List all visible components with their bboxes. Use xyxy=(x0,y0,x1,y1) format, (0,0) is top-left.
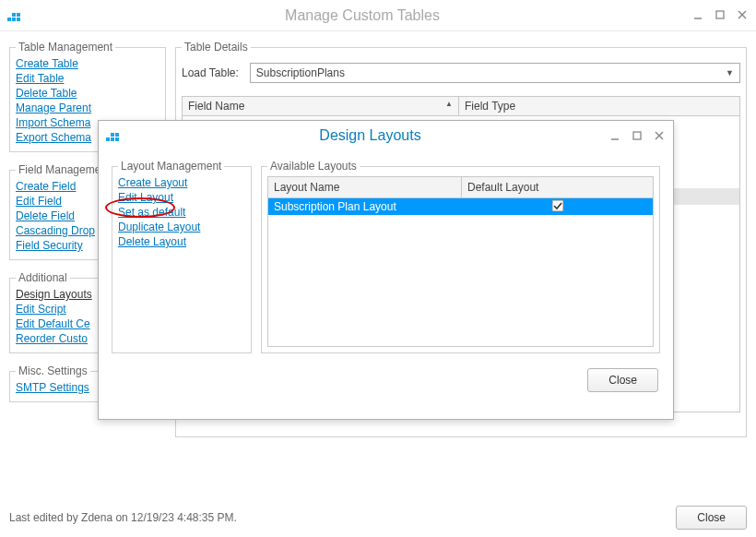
svg-rect-11 xyxy=(115,137,119,141)
load-table-label: Load Table: xyxy=(182,66,239,79)
link-delete-table[interactable]: Delete Table xyxy=(16,87,159,100)
app-icon xyxy=(106,130,121,141)
link-manage-parent[interactable]: Manage Parent xyxy=(16,101,159,114)
app-icon xyxy=(7,10,22,21)
layouts-grid[interactable]: Layout Name Default Layout Subscription … xyxy=(267,176,654,347)
group-legend: Misc. Settings xyxy=(16,364,90,377)
link-create-layout[interactable]: Create Layout xyxy=(118,176,245,189)
group-legend: Layout Management xyxy=(118,160,224,173)
col-default-layout: Default Layout xyxy=(462,177,653,197)
main-window-title: Manage Custom Tables xyxy=(33,7,691,24)
link-delete-layout[interactable]: Delete Layout xyxy=(118,235,245,248)
group-legend: Additional xyxy=(16,271,70,284)
group-available-layouts: Available Layouts Layout Name Default La… xyxy=(261,160,660,353)
sort-asc-icon: ▲ xyxy=(445,100,453,113)
minimize-icon[interactable] xyxy=(608,129,621,142)
svg-rect-0 xyxy=(7,18,11,21)
selected-table: SubscriptionPlans xyxy=(256,66,345,79)
main-titlebar: Manage Custom Tables xyxy=(0,0,756,31)
col-field-type: Field Type xyxy=(459,97,739,115)
group-legend: Table Management xyxy=(16,41,115,54)
svg-rect-13 xyxy=(115,133,119,137)
close-modal-button[interactable]: Close xyxy=(587,368,658,392)
svg-rect-9 xyxy=(106,137,110,141)
group-legend: Table Details xyxy=(182,41,251,54)
svg-rect-6 xyxy=(716,11,724,18)
modal-title: Design Layouts xyxy=(132,127,608,144)
maximize-icon[interactable] xyxy=(631,129,644,142)
svg-rect-12 xyxy=(111,133,114,137)
status-bar: Last edited by Zdena on 12/19/23 4:48:35… xyxy=(9,506,747,530)
link-duplicate-layout[interactable]: Duplicate Layout xyxy=(118,221,245,233)
svg-rect-1 xyxy=(12,18,16,21)
svg-rect-10 xyxy=(111,137,114,141)
svg-rect-4 xyxy=(17,13,20,17)
svg-rect-15 xyxy=(633,132,641,139)
group-legend: Available Layouts xyxy=(267,160,360,173)
close-icon[interactable] xyxy=(736,9,749,22)
link-edit-layout[interactable]: Edit Layout xyxy=(118,191,245,204)
group-layout-management: Layout Management Create Layout Edit Lay… xyxy=(112,160,252,353)
svg-rect-3 xyxy=(12,13,16,17)
svg-rect-18 xyxy=(552,200,563,211)
close-icon[interactable] xyxy=(653,129,666,142)
load-table-select[interactable]: SubscriptionPlans ▼ xyxy=(250,63,740,83)
layout-name-cell: Subscription Plan Layout xyxy=(268,199,462,214)
chevron-down-icon: ▼ xyxy=(726,68,734,78)
design-layouts-modal: Design Layouts Layout Management Create … xyxy=(98,120,674,420)
col-field-name: Field Name xyxy=(188,100,244,113)
layout-row[interactable]: Subscription Plan Layout xyxy=(268,198,653,215)
col-layout-name: Layout Name xyxy=(268,177,462,197)
maximize-icon[interactable] xyxy=(714,9,726,22)
link-create-table[interactable]: Create Table xyxy=(16,57,159,70)
checkmark-icon xyxy=(552,201,563,214)
minimize-icon[interactable] xyxy=(691,9,704,22)
svg-rect-2 xyxy=(17,18,20,21)
link-edit-table[interactable]: Edit Table xyxy=(16,72,159,85)
status-text: Last edited by Zdena on 12/19/23 4:48:35… xyxy=(9,511,237,524)
close-main-button[interactable]: Close xyxy=(676,506,747,530)
link-set-as-default[interactable]: Set as default xyxy=(118,206,245,219)
